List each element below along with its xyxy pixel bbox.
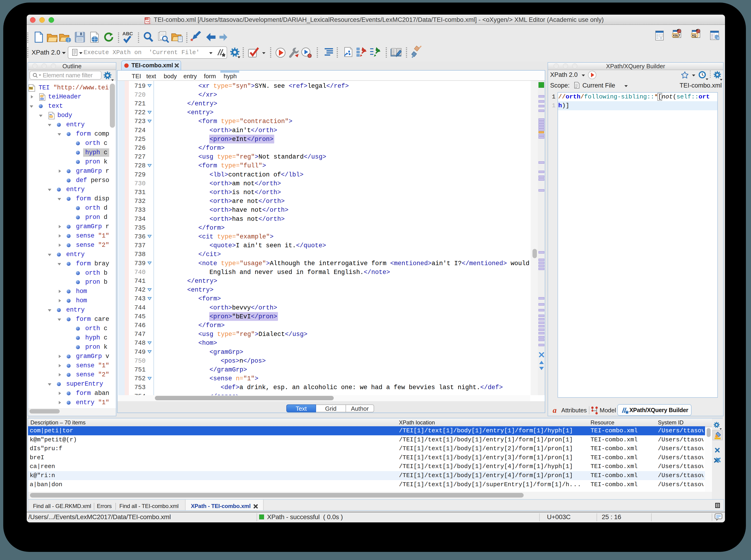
- svg-text:TEI: TEI: [29, 87, 33, 89]
- svg-text:*: *: [191, 37, 193, 43]
- svg-text:XSLT: XSLT: [673, 34, 680, 37]
- svg-text:ABC: ABC: [122, 31, 133, 36]
- svg-text:XML: XML: [145, 18, 149, 20]
- svg-text:XQ: XQ: [692, 34, 696, 37]
